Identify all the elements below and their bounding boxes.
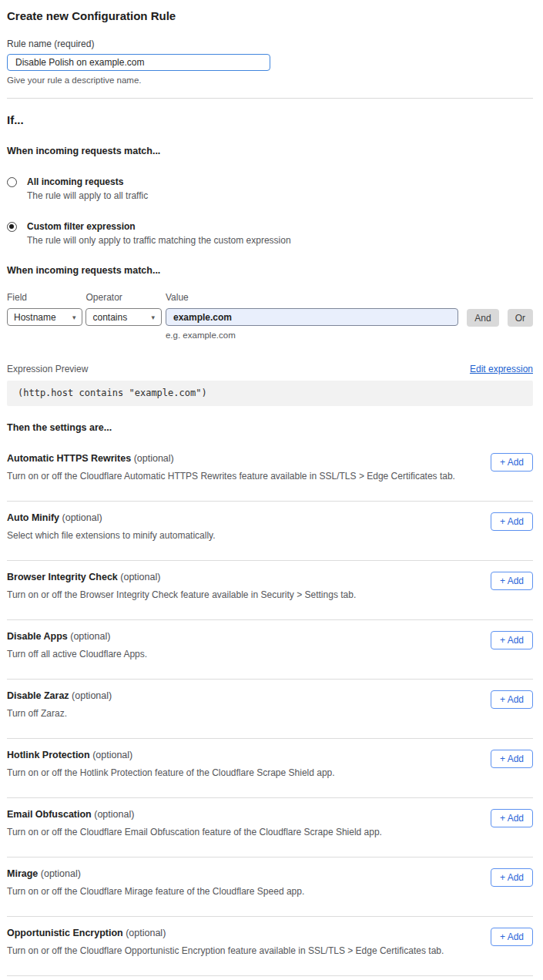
operator-select[interactable]: contains ▾ [85, 308, 161, 326]
setting-title: Hotlink Protection (optional) [7, 750, 533, 760]
expression-preview-label: Expression Preview [7, 364, 88, 374]
setting-description: Turn off Zaraz. [7, 708, 533, 719]
radio-option-label: All incoming requests [27, 176, 148, 187]
setting-email-obfuscation: Email Obfuscation (optional) Turn on or … [7, 798, 533, 858]
operator-select-value: contains [92, 312, 127, 323]
setting-name: Automatic HTTPS Rewrites [7, 453, 131, 464]
add-button[interactable]: + Add [491, 868, 533, 887]
expression-preview-header: Expression Preview Edit expression [7, 364, 533, 374]
rule-name-input[interactable] [7, 54, 270, 71]
setting-optional-tag: (optional) [72, 690, 112, 701]
settings-list: Automatic HTTPS Rewrites (optional) Turn… [7, 442, 533, 980]
setting-description: Turn on or off the Browser Integrity Che… [7, 589, 533, 600]
setting-title: Auto Minify (optional) [7, 512, 533, 523]
add-button[interactable]: + Add [491, 809, 533, 827]
setting-automatic-https-rewrites: Automatic HTTPS Rewrites (optional) Turn… [7, 442, 533, 502]
create-configuration-rule-page: Create new Configuration Rule Rule name … [0, 0, 543, 980]
section-divider [7, 98, 533, 99]
field-select-value: Hostname [14, 312, 56, 323]
radio-unchecked-icon[interactable] [7, 177, 17, 187]
radio-option-description: The rule will apply to all traffic [27, 190, 148, 201]
expression-builder-heading: When incoming requests match... [7, 265, 533, 276]
add-button[interactable]: + Add [491, 453, 533, 472]
add-button[interactable]: + Add [491, 750, 533, 768]
setting-browser-integrity-check: Browser Integrity Check (optional) Turn … [7, 561, 533, 620]
field-label: Field [7, 292, 82, 303]
setting-title: Opportunistic Encryption (optional) [7, 928, 533, 938]
setting-name: Opportunistic Encryption [7, 928, 123, 938]
setting-name: Disable Zaraz [7, 690, 69, 701]
chevron-down-icon: ▾ [72, 314, 76, 321]
or-button[interactable]: Or [508, 309, 533, 327]
value-input[interactable] [166, 308, 458, 326]
setting-optional-tag: (optional) [120, 572, 160, 582]
value-help: e.g. example.com [166, 331, 458, 340]
setting-description: Turn on or off the Cloudflare Opportunis… [7, 945, 533, 956]
setting-description: Turn on or off the Cloudflare Mirage fea… [7, 886, 533, 897]
expression-preview-code: (http.host contains "example.com") [7, 381, 533, 406]
radio-option-description: The rule will only apply to traffic matc… [27, 235, 291, 246]
rule-name-help: Give your rule a descriptive name. [7, 76, 533, 85]
setting-name: Browser Integrity Check [7, 572, 118, 582]
setting-description: Turn on or off the Hotlink Protection fe… [7, 767, 533, 778]
setting-title: Disable Zaraz (optional) [7, 690, 533, 701]
chevron-down-icon: ▾ [151, 314, 155, 321]
rule-name-label: Rule name (required) [7, 39, 533, 49]
setting-disable-apps: Disable Apps (optional) Turn off all act… [7, 620, 533, 680]
setting-name: Hotlink Protection [7, 750, 90, 760]
operator-label: Operator [85, 292, 161, 303]
setting-title: Browser Integrity Check (optional) [7, 572, 533, 582]
radio-checked-icon[interactable] [7, 222, 17, 232]
setting-auto-minify: Auto Minify (optional) Select which file… [7, 502, 533, 561]
setting-optional-tag: (optional) [70, 631, 110, 642]
radio-option-label: Custom filter expression [27, 221, 291, 232]
then-settings-heading: Then the settings are... [7, 422, 533, 433]
setting-optional-tag: (optional) [92, 750, 132, 760]
match-heading: When incoming requests match... [7, 146, 533, 156]
radio-option-custom-filter-expression[interactable]: Custom filter expression The rule will o… [7, 221, 533, 246]
setting-name: Auto Minify [7, 512, 59, 523]
setting-disable-zaraz: Disable Zaraz (optional) Turn off Zaraz.… [7, 680, 533, 739]
add-button[interactable]: + Add [491, 928, 533, 946]
setting-description: Turn on or off the Cloudflare Automatic … [7, 471, 533, 482]
setting-optional-tag: (optional) [134, 453, 174, 464]
value-label: Value [166, 292, 458, 303]
setting-optional-tag: (optional) [126, 928, 166, 938]
setting-optional-tag: (optional) [41, 868, 81, 879]
radio-option-all-incoming-requests[interactable]: All incoming requests The rule will appl… [7, 176, 533, 201]
setting-title: Mirage (optional) [7, 868, 533, 879]
setting-title: Email Obfuscation (optional) [7, 809, 533, 820]
expression-builder-row: Field Hostname ▾ Operator contains ▾ Val… [7, 292, 533, 340]
setting-title: Disable Apps (optional) [7, 631, 533, 642]
if-heading: If... [7, 113, 533, 126]
add-button[interactable]: + Add [491, 631, 533, 649]
setting-polish: Polish (optional) ✕ Change the settings … [7, 976, 533, 980]
setting-optional-tag: (optional) [94, 809, 134, 820]
setting-optional-tag: (optional) [62, 512, 102, 523]
add-button[interactable]: + Add [491, 572, 533, 590]
setting-hotlink-protection: Hotlink Protection (optional) Turn on or… [7, 739, 533, 798]
field-select[interactable]: Hostname ▾ [7, 308, 82, 326]
setting-description: Turn on or off the Cloudflare Email Obfu… [7, 827, 533, 837]
setting-opportunistic-encryption: Opportunistic Encryption (optional) Turn… [7, 917, 533, 976]
edit-expression-link[interactable]: Edit expression [470, 364, 533, 374]
setting-name: Disable Apps [7, 631, 68, 642]
and-button[interactable]: And [467, 309, 498, 327]
setting-title: Automatic HTTPS Rewrites (optional) [7, 453, 533, 464]
setting-mirage: Mirage (optional) Turn on or off the Clo… [7, 858, 533, 917]
add-button[interactable]: + Add [491, 512, 533, 531]
page-title: Create new Configuration Rule [7, 9, 533, 22]
setting-name: Mirage [7, 868, 38, 879]
setting-description: Select which file extensions to minify a… [7, 530, 533, 541]
add-button[interactable]: + Add [491, 690, 533, 709]
setting-name: Email Obfuscation [7, 809, 92, 820]
setting-description: Turn off all active Cloudflare Apps. [7, 649, 533, 659]
